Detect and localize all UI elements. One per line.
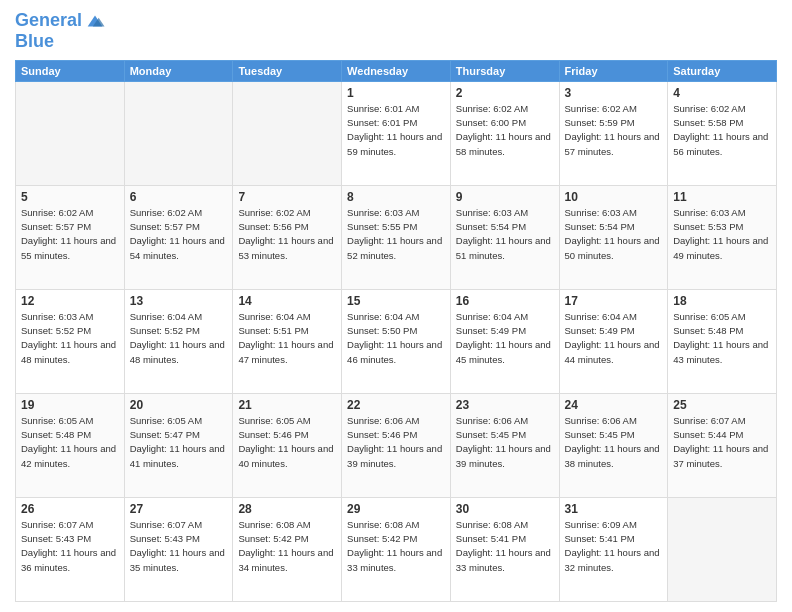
sunrise-text: Sunrise: 6:02 AM [238,206,336,220]
day-info: Sunrise: 6:02 AMSunset: 5:58 PMDaylight:… [673,102,771,159]
calendar-cell: 8Sunrise: 6:03 AMSunset: 5:55 PMDaylight… [342,185,451,289]
day-number: 6 [130,190,228,204]
day-info: Sunrise: 6:08 AMSunset: 5:42 PMDaylight:… [347,518,445,575]
day-number: 8 [347,190,445,204]
calendar-body: 1Sunrise: 6:01 AMSunset: 6:01 PMDaylight… [16,81,777,601]
calendar-header-saturday: Saturday [668,60,777,81]
daylight-text: Daylight: 11 hours and 41 minutes. [130,442,228,471]
day-info: Sunrise: 6:03 AMSunset: 5:52 PMDaylight:… [21,310,119,367]
daylight-text: Daylight: 11 hours and 45 minutes. [456,338,554,367]
calendar-cell: 24Sunrise: 6:06 AMSunset: 5:45 PMDayligh… [559,393,668,497]
logo-text2: Blue [15,32,106,52]
day-info: Sunrise: 6:08 AMSunset: 5:42 PMDaylight:… [238,518,336,575]
daylight-text: Daylight: 11 hours and 48 minutes. [21,338,119,367]
daylight-text: Daylight: 11 hours and 43 minutes. [673,338,771,367]
day-number: 20 [130,398,228,412]
day-number: 25 [673,398,771,412]
daylight-text: Daylight: 11 hours and 54 minutes. [130,234,228,263]
sunset-text: Sunset: 5:52 PM [21,324,119,338]
day-info: Sunrise: 6:06 AMSunset: 5:45 PMDaylight:… [565,414,663,471]
daylight-text: Daylight: 11 hours and 55 minutes. [21,234,119,263]
daylight-text: Daylight: 11 hours and 36 minutes. [21,546,119,575]
calendar-cell [668,497,777,601]
sunset-text: Sunset: 5:57 PM [130,220,228,234]
day-info: Sunrise: 6:03 AMSunset: 5:53 PMDaylight:… [673,206,771,263]
daylight-text: Daylight: 11 hours and 39 minutes. [456,442,554,471]
day-number: 30 [456,502,554,516]
sunrise-text: Sunrise: 6:04 AM [456,310,554,324]
sunset-text: Sunset: 5:50 PM [347,324,445,338]
day-info: Sunrise: 6:01 AMSunset: 6:01 PMDaylight:… [347,102,445,159]
calendar-cell: 5Sunrise: 6:02 AMSunset: 5:57 PMDaylight… [16,185,125,289]
calendar-cell: 25Sunrise: 6:07 AMSunset: 5:44 PMDayligh… [668,393,777,497]
day-number: 29 [347,502,445,516]
calendar-cell: 20Sunrise: 6:05 AMSunset: 5:47 PMDayligh… [124,393,233,497]
sunrise-text: Sunrise: 6:06 AM [347,414,445,428]
calendar-header-row: SundayMondayTuesdayWednesdayThursdayFrid… [16,60,777,81]
daylight-text: Daylight: 11 hours and 58 minutes. [456,130,554,159]
sunrise-text: Sunrise: 6:02 AM [130,206,228,220]
calendar-cell: 23Sunrise: 6:06 AMSunset: 5:45 PMDayligh… [450,393,559,497]
sunset-text: Sunset: 5:52 PM [130,324,228,338]
calendar-header-thursday: Thursday [450,60,559,81]
calendar-table: SundayMondayTuesdayWednesdayThursdayFrid… [15,60,777,602]
day-info: Sunrise: 6:03 AMSunset: 5:55 PMDaylight:… [347,206,445,263]
day-info: Sunrise: 6:02 AMSunset: 5:57 PMDaylight:… [21,206,119,263]
daylight-text: Daylight: 11 hours and 40 minutes. [238,442,336,471]
calendar-cell: 14Sunrise: 6:04 AMSunset: 5:51 PMDayligh… [233,289,342,393]
sunrise-text: Sunrise: 6:07 AM [21,518,119,532]
sunrise-text: Sunrise: 6:07 AM [673,414,771,428]
sunrise-text: Sunrise: 6:06 AM [456,414,554,428]
calendar-cell: 13Sunrise: 6:04 AMSunset: 5:52 PMDayligh… [124,289,233,393]
sunrise-text: Sunrise: 6:02 AM [21,206,119,220]
sunset-text: Sunset: 5:55 PM [347,220,445,234]
sunrise-text: Sunrise: 6:01 AM [347,102,445,116]
logo-text: General [15,11,82,31]
calendar-cell: 29Sunrise: 6:08 AMSunset: 5:42 PMDayligh… [342,497,451,601]
sunset-text: Sunset: 5:41 PM [456,532,554,546]
sunrise-text: Sunrise: 6:06 AM [565,414,663,428]
calendar-header-monday: Monday [124,60,233,81]
sunset-text: Sunset: 5:49 PM [456,324,554,338]
sunrise-text: Sunrise: 6:02 AM [673,102,771,116]
calendar-cell: 15Sunrise: 6:04 AMSunset: 5:50 PMDayligh… [342,289,451,393]
calendar-cell: 9Sunrise: 6:03 AMSunset: 5:54 PMDaylight… [450,185,559,289]
day-number: 19 [21,398,119,412]
sunset-text: Sunset: 5:49 PM [565,324,663,338]
calendar-cell: 1Sunrise: 6:01 AMSunset: 6:01 PMDaylight… [342,81,451,185]
day-number: 2 [456,86,554,100]
sunrise-text: Sunrise: 6:09 AM [565,518,663,532]
sunset-text: Sunset: 5:48 PM [21,428,119,442]
sunrise-text: Sunrise: 6:05 AM [130,414,228,428]
daylight-text: Daylight: 11 hours and 50 minutes. [565,234,663,263]
day-number: 21 [238,398,336,412]
daylight-text: Daylight: 11 hours and 38 minutes. [565,442,663,471]
daylight-text: Daylight: 11 hours and 35 minutes. [130,546,228,575]
day-number: 5 [21,190,119,204]
daylight-text: Daylight: 11 hours and 32 minutes. [565,546,663,575]
logo-icon [84,10,106,32]
daylight-text: Daylight: 11 hours and 37 minutes. [673,442,771,471]
day-number: 28 [238,502,336,516]
calendar-cell [16,81,125,185]
calendar-cell: 11Sunrise: 6:03 AMSunset: 5:53 PMDayligh… [668,185,777,289]
day-number: 12 [21,294,119,308]
calendar-cell [233,81,342,185]
sunset-text: Sunset: 5:45 PM [565,428,663,442]
day-number: 14 [238,294,336,308]
day-number: 24 [565,398,663,412]
sunset-text: Sunset: 5:54 PM [456,220,554,234]
sunrise-text: Sunrise: 6:03 AM [456,206,554,220]
calendar-header-friday: Friday [559,60,668,81]
calendar-header-tuesday: Tuesday [233,60,342,81]
day-number: 17 [565,294,663,308]
sunset-text: Sunset: 5:43 PM [21,532,119,546]
day-number: 16 [456,294,554,308]
sunset-text: Sunset: 6:00 PM [456,116,554,130]
day-number: 27 [130,502,228,516]
sunrise-text: Sunrise: 6:05 AM [238,414,336,428]
calendar-cell: 12Sunrise: 6:03 AMSunset: 5:52 PMDayligh… [16,289,125,393]
header: General Blue [15,10,777,52]
sunset-text: Sunset: 5:44 PM [673,428,771,442]
sunrise-text: Sunrise: 6:08 AM [238,518,336,532]
